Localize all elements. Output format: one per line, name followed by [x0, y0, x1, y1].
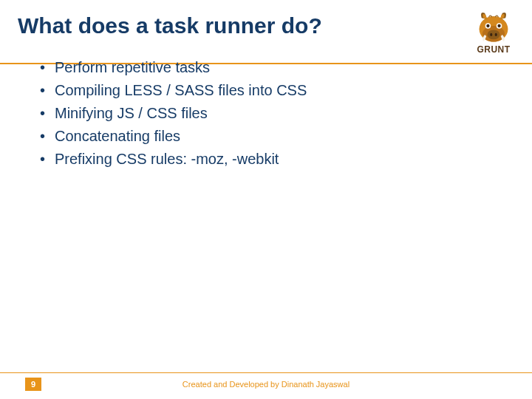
- footer-credit: Created and Developed by Dinanath Jayasw…: [0, 380, 532, 389]
- footer-divider: [0, 372, 532, 373]
- boar-icon: [474, 6, 514, 46]
- bullet-list: Perform repetitive tasks Compiling LESS …: [37, 56, 495, 171]
- slide-content: Perform repetitive tasks Compiling LESS …: [0, 38, 532, 171]
- svg-point-5: [497, 24, 500, 27]
- slide-title: What does a task runner do?: [18, 13, 514, 38]
- logo-text: GRUNT: [470, 44, 517, 55]
- svg-point-6: [487, 30, 499, 39]
- grunt-logo: GRUNT: [470, 6, 517, 55]
- list-item: Prefixing CSS rules: -moz, -webkit: [37, 148, 495, 171]
- slide-header: What does a task runner do? GRUNT: [0, 0, 532, 38]
- svg-point-7: [490, 33, 492, 36]
- list-item: Concatenating files: [37, 125, 495, 148]
- slide-footer: 9 Created and Developed by Dinanath Jaya…: [0, 372, 532, 399]
- list-item: Minifying JS / CSS files: [37, 102, 495, 125]
- list-item: Perform repetitive tasks: [37, 56, 495, 79]
- svg-point-8: [495, 33, 497, 36]
- svg-point-4: [486, 24, 489, 27]
- list-item: Compiling LESS / SASS files into CSS: [37, 79, 495, 102]
